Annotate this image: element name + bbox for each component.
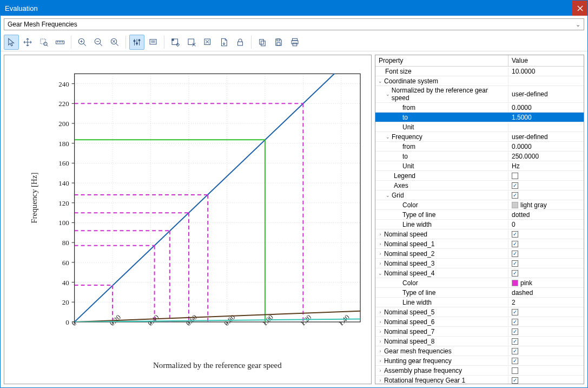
prop-grid-linewidth[interactable]: Line width0 (375, 220, 584, 229)
svg-rect-36 (293, 38, 298, 41)
copy-button[interactable] (255, 35, 270, 50)
prop-ns4[interactable]: ⌄Nominal speed_4✓ (375, 268, 584, 278)
svg-rect-103 (75, 74, 360, 322)
view-selector-dropdown[interactable]: Gear Mesh Frequencies (4, 18, 584, 30)
prop-rfg1[interactable]: ›Rotational frequency Gear 1✓ (375, 376, 584, 384)
svg-text:Normalized by the reference ge: Normalized by the reference gear speed (153, 361, 282, 370)
prop-grid-typeline[interactable]: Type of linedotted (375, 210, 584, 220)
comment-button[interactable] (146, 35, 161, 50)
zoom-in-button[interactable] (75, 35, 90, 50)
prop-ns4-linewidth[interactable]: Line width2 (375, 298, 584, 307)
zoom-out-button[interactable] (91, 35, 106, 50)
prop-norm-unit[interactable]: Unit (375, 122, 584, 132)
caret-icon: › (378, 232, 383, 237)
close-button[interactable] (572, 1, 587, 16)
svg-text:240: 240 (58, 80, 69, 88)
checkbox-icon: ✓ (512, 192, 518, 199)
svg-rect-25 (150, 39, 156, 44)
caret-icon: › (378, 261, 383, 266)
prop-freq-unit[interactable]: UnitHz (375, 161, 584, 171)
remove-button[interactable] (200, 35, 215, 50)
export-data-button[interactable] (216, 35, 232, 50)
zoom-fit-button[interactable] (107, 35, 122, 50)
prop-grid[interactable]: ⌄Grid✓ (375, 190, 584, 200)
svg-rect-33 (261, 41, 266, 45)
checkbox-icon: ✓ (512, 182, 518, 189)
caret-icon: › (378, 329, 383, 334)
zoom-area-tool[interactable] (36, 35, 51, 50)
caret-icon: › (378, 378, 383, 383)
chart-area[interactable]: 02040608010012014016018020022024000.200.… (4, 55, 372, 384)
svg-rect-35 (277, 42, 280, 45)
svg-text:160: 160 (58, 159, 69, 167)
properties-toggle[interactable] (129, 35, 144, 50)
prop-norm-from[interactable]: from0.0000 (375, 103, 584, 113)
caret-icon: ⌄ (385, 193, 391, 198)
pan-tool[interactable] (20, 35, 35, 50)
print-button[interactable] (287, 35, 302, 50)
prop-ns0[interactable]: ›Nominal speed✓ (375, 229, 584, 239)
prop-ns8[interactable]: ›Nominal speed_8✓ (375, 337, 584, 346)
prop-ns1[interactable]: ›Nominal speed_1✓ (375, 239, 584, 249)
svg-point-22 (134, 40, 135, 42)
prop-freq-axis[interactable]: ⌄Frequencyuser-defined (375, 132, 584, 142)
caret-icon: › (378, 319, 383, 325)
checkbox-icon: ✓ (512, 251, 518, 257)
checkbox-icon (512, 367, 518, 374)
checkbox-icon: ✓ (512, 377, 518, 384)
checkbox-icon: ✓ (512, 260, 518, 267)
prop-norm-axis[interactable]: ⌄Normalized by the reference gear speedu… (375, 86, 584, 103)
checkbox-icon: ✓ (512, 348, 518, 354)
prop-font-size[interactable]: Font size10.0000 (375, 67, 584, 76)
delete-layout-button[interactable] (184, 35, 199, 50)
caret-icon: › (378, 358, 383, 364)
checkbox-icon: ✓ (512, 319, 518, 325)
lock-button[interactable] (233, 35, 248, 50)
checkbox-icon: ✓ (512, 309, 518, 315)
prop-grid-color[interactable]: Colorlight gray (375, 200, 584, 210)
svg-point-23 (136, 42, 138, 44)
prop-ns6[interactable]: ›Nominal speed_6✓ (375, 317, 584, 327)
checkbox-icon: ✓ (512, 231, 518, 238)
svg-text:200: 200 (58, 120, 69, 128)
checkbox-icon: ✓ (512, 328, 518, 335)
svg-text:0: 0 (65, 318, 69, 326)
prop-ns7[interactable]: ›Nominal speed_7✓ (375, 327, 584, 337)
color-swatch (512, 202, 518, 208)
svg-rect-5 (56, 41, 64, 43)
svg-text:80: 80 (62, 239, 69, 247)
checkbox-icon: ✓ (512, 338, 518, 345)
measure-tool[interactable] (52, 35, 68, 50)
svg-rect-34 (277, 39, 280, 41)
svg-line-4 (47, 45, 48, 46)
save-button[interactable] (271, 35, 286, 50)
svg-text:1.40: 1.40 (336, 313, 351, 327)
svg-text:1.20: 1.20 (299, 313, 313, 327)
prop-header-key: Property (375, 55, 508, 66)
prop-ns2[interactable]: ›Nominal speed_2✓ (375, 249, 584, 259)
prop-freq-from[interactable]: from0.0000 (375, 142, 584, 152)
prop-ns5[interactable]: ›Nominal speed_5✓ (375, 307, 584, 317)
checkbox-icon (512, 173, 518, 179)
prop-gmf[interactable]: ›Gear mesh frequencies✓ (375, 346, 584, 356)
svg-text:220: 220 (58, 100, 69, 108)
prop-norm-to[interactable]: to1.5000 (375, 113, 584, 122)
prop-ns3[interactable]: ›Nominal speed_3✓ (375, 259, 584, 268)
prop-ns4-typeline[interactable]: Type of linedashed (375, 288, 584, 298)
prop-ns4-color[interactable]: Colorpink (375, 278, 584, 288)
caret-icon: ⌄ (378, 271, 383, 276)
prop-axes[interactable]: Axes✓ (375, 181, 584, 190)
prop-apf[interactable]: ›Assembly phase frequency (375, 366, 584, 376)
svg-text:120: 120 (58, 199, 69, 207)
prop-freq-to[interactable]: to250.0000 (375, 152, 584, 161)
checkbox-icon: ✓ (512, 270, 518, 277)
save-layout-button[interactable] (168, 35, 183, 50)
checkbox-icon: ✓ (512, 358, 518, 364)
prop-legend[interactable]: Legend (375, 171, 584, 181)
prop-hgf[interactable]: ›Hunting gear frequency✓ (375, 356, 584, 366)
caret-icon: › (378, 251, 383, 257)
prop-coord-system[interactable]: ⌄Coordinate system (375, 76, 584, 86)
cursor-tool[interactable] (4, 35, 19, 50)
svg-rect-2 (41, 39, 45, 44)
property-panel[interactable]: Property Value Font size10.0000 ⌄Coordin… (375, 55, 584, 384)
